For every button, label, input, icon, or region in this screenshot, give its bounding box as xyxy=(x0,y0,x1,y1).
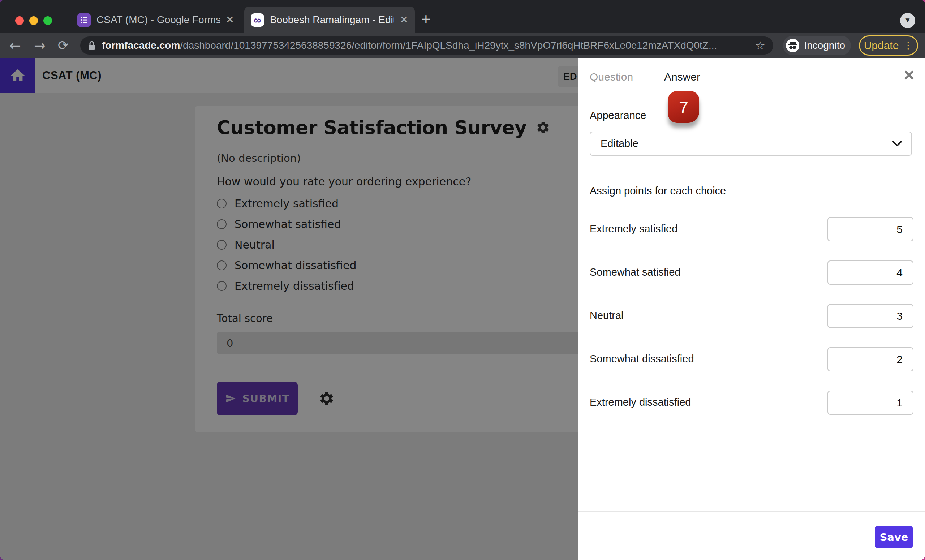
new-tab-button[interactable]: + xyxy=(421,10,431,28)
tab-search-button[interactable]: ▼ xyxy=(900,13,915,28)
choice-points-input[interactable] xyxy=(827,391,913,415)
url-domain: formfacade.com xyxy=(102,40,180,51)
choice-label: Neutral xyxy=(590,310,624,322)
choice-label: Extremely dissatisfied xyxy=(590,396,691,408)
tab-question[interactable]: Question xyxy=(590,71,633,83)
formfacade-icon: ∞ xyxy=(251,14,264,27)
close-tab-icon[interactable]: ✕ xyxy=(400,15,408,25)
appearance-selected-value: Editable xyxy=(601,138,892,150)
minimize-window-button[interactable] xyxy=(29,16,38,25)
tab-title: CSAT (MC) - Google Forms xyxy=(96,14,220,26)
choice-points-input[interactable] xyxy=(827,347,913,372)
choice-label: Somewhat dissatisfied xyxy=(590,353,694,365)
reload-button[interactable]: ⟳ xyxy=(58,38,69,53)
back-button[interactable]: ← xyxy=(9,38,21,53)
lock-icon xyxy=(87,41,96,51)
choice-points-input[interactable] xyxy=(827,260,913,285)
google-forms-icon xyxy=(77,14,91,27)
update-button[interactable]: Update ⋮ xyxy=(859,35,918,56)
choice-label: Extremely satisfied xyxy=(590,223,678,235)
url-text: formfacade.com/dashboard/101397753425638… xyxy=(102,40,717,51)
url-path: /dashboard/101397753425638859326/editor/… xyxy=(180,40,717,51)
save-button[interactable]: Save xyxy=(875,526,913,548)
chevron-down-icon: ▼ xyxy=(904,16,911,24)
zoom-window-button[interactable] xyxy=(44,16,52,25)
step-number: 7 xyxy=(679,97,688,117)
tab-google-forms[interactable]: CSAT (MC) - Google Forms ✕ xyxy=(71,6,241,33)
choice-points-input[interactable] xyxy=(827,304,913,328)
choice-points-input[interactable] xyxy=(827,217,913,241)
tab-title: Boobesh Ramalingam - Editor xyxy=(270,14,394,26)
update-label: Update xyxy=(864,39,899,52)
kebab-menu-icon[interactable]: ⋮ xyxy=(903,41,913,51)
footer-divider xyxy=(579,511,925,512)
browser-window: CSAT (MC) - Google Forms ✕ ∞ Boobesh Ram… xyxy=(0,0,925,560)
bookmark-star-icon[interactable]: ☆ xyxy=(755,39,765,53)
address-bar[interactable]: formfacade.com/dashboard/101397753425638… xyxy=(80,36,773,54)
forward-button[interactable]: → xyxy=(34,38,45,53)
tab-formfacade-editor[interactable]: ∞ Boobesh Ramalingam - Editor ✕ xyxy=(244,6,415,33)
tab-bar: CSAT (MC) - Google Forms ✕ ∞ Boobesh Ram… xyxy=(0,0,925,33)
browser-toolbar: ← → ⟳ formfacade.com/dashboard/101397753… xyxy=(0,33,925,58)
incognito-icon xyxy=(786,38,799,53)
close-tab-icon[interactable]: ✕ xyxy=(226,15,234,25)
incognito-label: Incognito xyxy=(804,40,845,51)
close-icon xyxy=(904,70,914,80)
assign-points-heading: Assign points for each choice xyxy=(590,185,726,197)
main-area: CSAT (MC) ED Customer Satisfaction Surve… xyxy=(0,58,579,560)
modal-dim-overlay xyxy=(0,58,579,560)
close-window-button[interactable] xyxy=(15,16,24,25)
incognito-badge: Incognito xyxy=(783,36,851,55)
step-annotation-badge: 7 xyxy=(668,91,699,123)
choice-label: Somewhat satisfied xyxy=(590,266,680,278)
appearance-select[interactable]: Editable xyxy=(590,131,912,156)
chevron-down-icon xyxy=(892,140,902,147)
close-panel-button[interactable] xyxy=(904,70,914,82)
answer-settings-panel: Question Answer 7 Appearance Editable As… xyxy=(579,58,925,560)
page-content: CSAT (MC) ED Customer Satisfaction Surve… xyxy=(0,58,925,560)
tab-answer[interactable]: Answer xyxy=(664,71,700,83)
appearance-label: Appearance xyxy=(590,110,646,121)
